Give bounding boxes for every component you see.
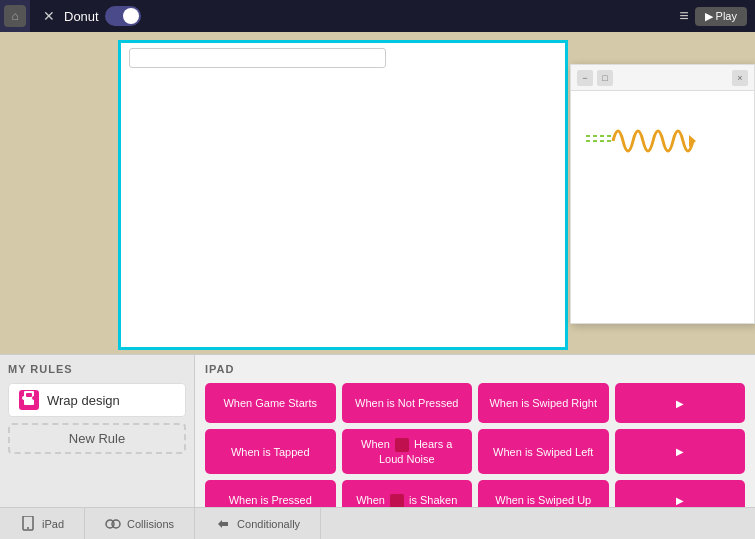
sound-wave-svg (581, 111, 741, 171)
home-button[interactable]: ⌂ (4, 5, 26, 27)
note-icon (395, 438, 409, 452)
tab-collisions-label: Collisions (127, 518, 174, 530)
tab-ipad[interactable]: iPad (0, 508, 85, 539)
close-button[interactable]: ✕ (38, 5, 60, 27)
when-hears-noise-btn[interactable]: When Hears a Loud Noise (342, 429, 473, 474)
new-rule-button[interactable]: New Rule (8, 423, 186, 454)
svg-point-10 (112, 520, 120, 528)
rules-grid: When Game Starts When is Not Pressed Whe… (205, 383, 745, 520)
rule-wrap-design[interactable]: Wrap design (8, 383, 186, 417)
list-icon[interactable]: ≡ (679, 7, 688, 25)
stage-container (118, 40, 568, 350)
tablet-icon (20, 516, 36, 532)
top-bar-right: ≡ ▶ Play (679, 7, 755, 26)
when-tapped-btn[interactable]: When is Tapped (205, 429, 336, 474)
canvas-area: − □ × (0, 32, 755, 354)
top-bar: ⌂ ✕ Donut ≡ ▶ Play (0, 0, 755, 32)
sound-wave-area (571, 91, 754, 191)
condition-icon (215, 516, 231, 532)
rules-grid-wrapper: When Game Starts When is Not Pressed Whe… (205, 383, 745, 520)
when-swiped-left-btn[interactable]: When is Swiped Left (478, 429, 609, 474)
bottom-tabs: iPad Collisions Conditionally (0, 507, 755, 539)
home-area: ⌂ (0, 0, 30, 32)
stage-search-box[interactable] (129, 48, 386, 68)
sound-popup-header: − □ × (571, 65, 754, 91)
when-swiped-right-btn[interactable]: When is Swiped Right (478, 383, 609, 423)
svg-point-8 (27, 527, 29, 529)
toggle-knob (123, 8, 139, 24)
popup-minimize-btn[interactable]: − (577, 70, 593, 86)
rules-panel-title: IPAD (205, 363, 745, 375)
tab-conditionally[interactable]: Conditionally (195, 508, 321, 539)
rule-label: Wrap design (47, 393, 120, 408)
popup-close-btn[interactable]: × (732, 70, 748, 86)
rule-icon (19, 390, 39, 410)
shake-icon (390, 494, 404, 508)
when-swiped-left-overflow-btn[interactable]: ▶ (615, 429, 746, 474)
tab-conditionally-label: Conditionally (237, 518, 300, 530)
sound-popup: − □ × (570, 64, 755, 324)
svg-rect-5 (22, 396, 26, 400)
puzzle-icon (22, 391, 36, 409)
toggle-switch[interactable] (105, 6, 141, 26)
svg-rect-4 (26, 393, 32, 397)
svg-rect-6 (32, 396, 36, 400)
app-name-label: Donut (64, 9, 99, 24)
tab-ipad-label: iPad (42, 518, 64, 530)
when-not-pressed-btn[interactable]: When is Not Pressed (342, 383, 473, 423)
popup-buttons: − □ (577, 70, 613, 86)
when-game-starts-btn[interactable]: When Game Starts (205, 383, 336, 423)
popup-maximize-btn[interactable]: □ (597, 70, 613, 86)
play-button[interactable]: ▶ Play (695, 7, 747, 26)
stage-top-bar (121, 43, 565, 73)
tab-collisions[interactable]: Collisions (85, 508, 195, 539)
when-swiped-right-overflow-btn[interactable]: ▶ (615, 383, 746, 423)
collisions-icon (105, 516, 121, 532)
sidebar-title: MY RULES (8, 363, 186, 375)
